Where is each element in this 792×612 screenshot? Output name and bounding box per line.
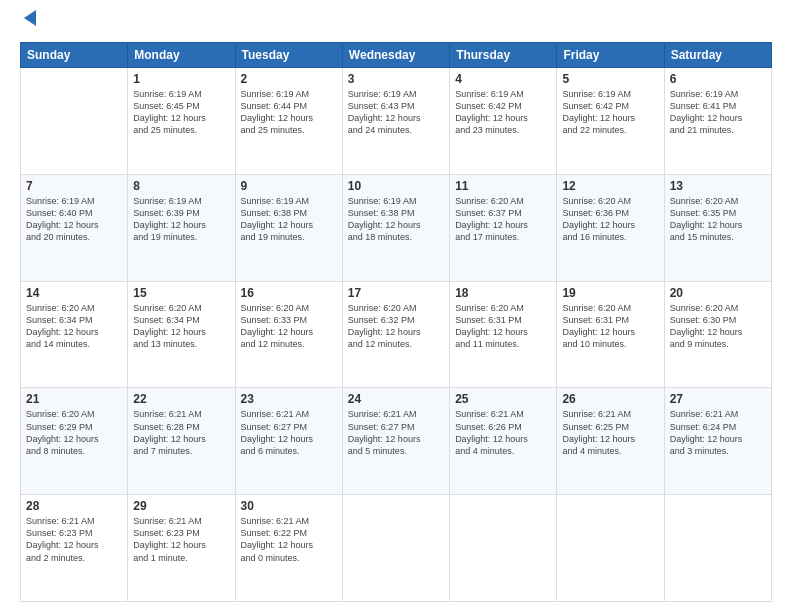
- day-cell: [342, 495, 449, 602]
- day-number: 11: [455, 179, 551, 193]
- col-header-wednesday: Wednesday: [342, 43, 449, 68]
- day-number: 4: [455, 72, 551, 86]
- day-cell: 24Sunrise: 6:21 AM Sunset: 6:27 PM Dayli…: [342, 388, 449, 495]
- week-row-4: 21Sunrise: 6:20 AM Sunset: 6:29 PM Dayli…: [21, 388, 772, 495]
- week-row-5: 28Sunrise: 6:21 AM Sunset: 6:23 PM Dayli…: [21, 495, 772, 602]
- day-number: 21: [26, 392, 122, 406]
- day-number: 13: [670, 179, 766, 193]
- day-number: 2: [241, 72, 337, 86]
- day-cell: 15Sunrise: 6:20 AM Sunset: 6:34 PM Dayli…: [128, 281, 235, 388]
- day-info: Sunrise: 6:19 AM Sunset: 6:45 PM Dayligh…: [133, 88, 229, 137]
- week-row-3: 14Sunrise: 6:20 AM Sunset: 6:34 PM Dayli…: [21, 281, 772, 388]
- day-info: Sunrise: 6:20 AM Sunset: 6:31 PM Dayligh…: [562, 302, 658, 351]
- day-info: Sunrise: 6:19 AM Sunset: 6:41 PM Dayligh…: [670, 88, 766, 137]
- day-info: Sunrise: 6:20 AM Sunset: 6:32 PM Dayligh…: [348, 302, 444, 351]
- day-number: 16: [241, 286, 337, 300]
- day-cell: [450, 495, 557, 602]
- day-info: Sunrise: 6:20 AM Sunset: 6:34 PM Dayligh…: [133, 302, 229, 351]
- day-cell: 20Sunrise: 6:20 AM Sunset: 6:30 PM Dayli…: [664, 281, 771, 388]
- day-number: 19: [562, 286, 658, 300]
- day-info: Sunrise: 6:21 AM Sunset: 6:22 PM Dayligh…: [241, 515, 337, 564]
- day-info: Sunrise: 6:21 AM Sunset: 6:27 PM Dayligh…: [241, 408, 337, 457]
- header: [20, 18, 772, 30]
- day-cell: 2Sunrise: 6:19 AM Sunset: 6:44 PM Daylig…: [235, 68, 342, 175]
- week-row-1: 1Sunrise: 6:19 AM Sunset: 6:45 PM Daylig…: [21, 68, 772, 175]
- day-cell: 8Sunrise: 6:19 AM Sunset: 6:39 PM Daylig…: [128, 174, 235, 281]
- day-number: 24: [348, 392, 444, 406]
- day-info: Sunrise: 6:21 AM Sunset: 6:24 PM Dayligh…: [670, 408, 766, 457]
- day-cell: 7Sunrise: 6:19 AM Sunset: 6:40 PM Daylig…: [21, 174, 128, 281]
- day-cell: [557, 495, 664, 602]
- day-cell: 26Sunrise: 6:21 AM Sunset: 6:25 PM Dayli…: [557, 388, 664, 495]
- day-number: 22: [133, 392, 229, 406]
- day-info: Sunrise: 6:21 AM Sunset: 6:23 PM Dayligh…: [26, 515, 122, 564]
- svg-marker-0: [24, 10, 36, 26]
- col-header-monday: Monday: [128, 43, 235, 68]
- day-info: Sunrise: 6:21 AM Sunset: 6:27 PM Dayligh…: [348, 408, 444, 457]
- day-cell: [664, 495, 771, 602]
- day-cell: 29Sunrise: 6:21 AM Sunset: 6:23 PM Dayli…: [128, 495, 235, 602]
- day-number: 3: [348, 72, 444, 86]
- day-info: Sunrise: 6:21 AM Sunset: 6:25 PM Dayligh…: [562, 408, 658, 457]
- day-number: 14: [26, 286, 122, 300]
- col-header-saturday: Saturday: [664, 43, 771, 68]
- day-number: 10: [348, 179, 444, 193]
- day-number: 7: [26, 179, 122, 193]
- day-cell: 19Sunrise: 6:20 AM Sunset: 6:31 PM Dayli…: [557, 281, 664, 388]
- logo: [20, 18, 38, 30]
- day-cell: 13Sunrise: 6:20 AM Sunset: 6:35 PM Dayli…: [664, 174, 771, 281]
- day-info: Sunrise: 6:21 AM Sunset: 6:23 PM Dayligh…: [133, 515, 229, 564]
- day-cell: 23Sunrise: 6:21 AM Sunset: 6:27 PM Dayli…: [235, 388, 342, 495]
- day-number: 17: [348, 286, 444, 300]
- day-cell: 28Sunrise: 6:21 AM Sunset: 6:23 PM Dayli…: [21, 495, 128, 602]
- day-info: Sunrise: 6:20 AM Sunset: 6:29 PM Dayligh…: [26, 408, 122, 457]
- day-number: 30: [241, 499, 337, 513]
- day-info: Sunrise: 6:19 AM Sunset: 6:42 PM Dayligh…: [562, 88, 658, 137]
- day-cell: 14Sunrise: 6:20 AM Sunset: 6:34 PM Dayli…: [21, 281, 128, 388]
- day-number: 1: [133, 72, 229, 86]
- day-cell: 1Sunrise: 6:19 AM Sunset: 6:45 PM Daylig…: [128, 68, 235, 175]
- day-info: Sunrise: 6:20 AM Sunset: 6:36 PM Dayligh…: [562, 195, 658, 244]
- day-info: Sunrise: 6:19 AM Sunset: 6:42 PM Dayligh…: [455, 88, 551, 137]
- day-cell: 10Sunrise: 6:19 AM Sunset: 6:38 PM Dayli…: [342, 174, 449, 281]
- day-info: Sunrise: 6:21 AM Sunset: 6:28 PM Dayligh…: [133, 408, 229, 457]
- header-row: SundayMondayTuesdayWednesdayThursdayFrid…: [21, 43, 772, 68]
- day-cell: 30Sunrise: 6:21 AM Sunset: 6:22 PM Dayli…: [235, 495, 342, 602]
- day-number: 8: [133, 179, 229, 193]
- day-number: 5: [562, 72, 658, 86]
- day-number: 26: [562, 392, 658, 406]
- day-cell: 12Sunrise: 6:20 AM Sunset: 6:36 PM Dayli…: [557, 174, 664, 281]
- day-info: Sunrise: 6:20 AM Sunset: 6:31 PM Dayligh…: [455, 302, 551, 351]
- day-number: 28: [26, 499, 122, 513]
- calendar-table: SundayMondayTuesdayWednesdayThursdayFrid…: [20, 42, 772, 602]
- logo-icon: [22, 8, 38, 30]
- day-cell: 21Sunrise: 6:20 AM Sunset: 6:29 PM Dayli…: [21, 388, 128, 495]
- day-number: 25: [455, 392, 551, 406]
- day-number: 9: [241, 179, 337, 193]
- col-header-sunday: Sunday: [21, 43, 128, 68]
- day-info: Sunrise: 6:20 AM Sunset: 6:33 PM Dayligh…: [241, 302, 337, 351]
- day-cell: 27Sunrise: 6:21 AM Sunset: 6:24 PM Dayli…: [664, 388, 771, 495]
- day-info: Sunrise: 6:20 AM Sunset: 6:35 PM Dayligh…: [670, 195, 766, 244]
- day-cell: 11Sunrise: 6:20 AM Sunset: 6:37 PM Dayli…: [450, 174, 557, 281]
- day-info: Sunrise: 6:20 AM Sunset: 6:34 PM Dayligh…: [26, 302, 122, 351]
- day-cell: 16Sunrise: 6:20 AM Sunset: 6:33 PM Dayli…: [235, 281, 342, 388]
- day-number: 18: [455, 286, 551, 300]
- col-header-tuesday: Tuesday: [235, 43, 342, 68]
- day-cell: 6Sunrise: 6:19 AM Sunset: 6:41 PM Daylig…: [664, 68, 771, 175]
- day-info: Sunrise: 6:21 AM Sunset: 6:26 PM Dayligh…: [455, 408, 551, 457]
- day-cell: 3Sunrise: 6:19 AM Sunset: 6:43 PM Daylig…: [342, 68, 449, 175]
- day-number: 29: [133, 499, 229, 513]
- day-cell: 18Sunrise: 6:20 AM Sunset: 6:31 PM Dayli…: [450, 281, 557, 388]
- day-number: 12: [562, 179, 658, 193]
- day-number: 23: [241, 392, 337, 406]
- day-number: 20: [670, 286, 766, 300]
- day-cell: 25Sunrise: 6:21 AM Sunset: 6:26 PM Dayli…: [450, 388, 557, 495]
- day-info: Sunrise: 6:20 AM Sunset: 6:30 PM Dayligh…: [670, 302, 766, 351]
- day-cell: 17Sunrise: 6:20 AM Sunset: 6:32 PM Dayli…: [342, 281, 449, 388]
- day-cell: 9Sunrise: 6:19 AM Sunset: 6:38 PM Daylig…: [235, 174, 342, 281]
- day-info: Sunrise: 6:19 AM Sunset: 6:44 PM Dayligh…: [241, 88, 337, 137]
- day-info: Sunrise: 6:19 AM Sunset: 6:43 PM Dayligh…: [348, 88, 444, 137]
- week-row-2: 7Sunrise: 6:19 AM Sunset: 6:40 PM Daylig…: [21, 174, 772, 281]
- day-info: Sunrise: 6:19 AM Sunset: 6:40 PM Dayligh…: [26, 195, 122, 244]
